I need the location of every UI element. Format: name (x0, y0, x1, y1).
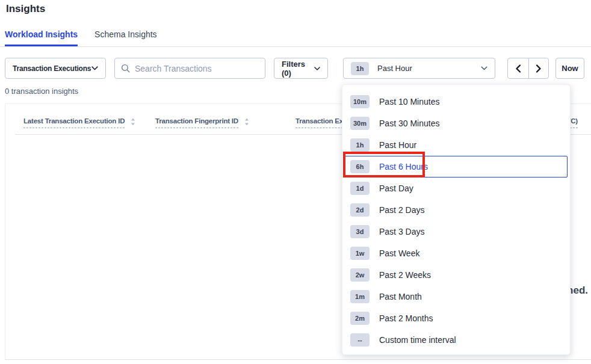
time-option-badge: 1h (350, 138, 370, 152)
time-option-label: Past Day (379, 184, 413, 193)
filters-label: Filters (0) (282, 60, 314, 78)
time-interval-badge: 1h (351, 62, 369, 75)
insights-count: 0 transaction insights (5, 87, 78, 96)
time-option-custom[interactable]: --Custom time interval (345, 329, 568, 351)
column-header-txn-fingerprint-id[interactable]: Transaction Fingerprint ID (155, 117, 249, 128)
sort-icon (244, 118, 249, 126)
search-input[interactable] (135, 64, 259, 73)
time-option-badge: 30m (350, 117, 370, 130)
time-option-label: Past 2 Days (379, 205, 424, 215)
time-option-label: Custom time interval (379, 335, 456, 345)
time-option-1w[interactable]: 1wPast Week (345, 242, 568, 264)
now-button[interactable]: Now (555, 58, 584, 79)
time-option-2d[interactable]: 2dPast 2 Days (345, 199, 568, 221)
time-option-1d[interactable]: 1dPast Day (345, 177, 568, 199)
time-option-label: Past Month (379, 292, 422, 301)
time-option-2m[interactable]: 2mPast 2 Months (345, 307, 568, 329)
chevron-down-icon (91, 66, 98, 70)
time-option-badge: -- (350, 333, 370, 347)
execution-type-label: Transaction Executions (13, 64, 91, 73)
time-option-label: Past Hour (379, 140, 416, 150)
time-option-label: Past 30 Minutes (379, 119, 439, 128)
time-option-3d[interactable]: 3dPast 3 Days (345, 221, 568, 242)
time-option-label: Past 10 Minutes (379, 97, 439, 106)
time-option-1m[interactable]: 1mPast Month (345, 286, 568, 307)
time-option-badge: 2d (350, 203, 370, 217)
time-option-badge: 1m (350, 290, 370, 303)
column-label: Latest Transaction Execution ID (23, 117, 125, 128)
time-option-30m[interactable]: 30mPast 30 Minutes (345, 113, 568, 134)
time-option-badge: 1w (350, 247, 370, 260)
time-option-label: Past 3 Days (379, 227, 424, 236)
column-header-latest-txn-execution-id[interactable]: Latest Transaction Execution ID (23, 117, 135, 128)
time-option-badge: 1d (350, 182, 370, 195)
filters-button[interactable]: Filters (0) (274, 58, 328, 79)
chevron-down-icon (314, 67, 320, 70)
insights-page: Insights Workload Insights Schema Insigh… (0, 0, 591, 364)
time-option-1h[interactable]: 1hPast Hour (345, 134, 568, 156)
time-option-badge: 2w (350, 268, 370, 282)
chevron-down-icon (481, 66, 487, 70)
time-interval-select[interactable]: 1h Past Hour (343, 58, 495, 79)
column-label: Transaction Fingerprint ID (155, 117, 238, 128)
tab-bar: Workload Insights Schema Insights (0, 24, 591, 47)
time-option-badge: 3d (350, 225, 370, 238)
search-field (114, 58, 265, 79)
time-option-10m[interactable]: 10mPast 10 Minutes (345, 91, 568, 113)
page-title: Insights (6, 3, 45, 15)
time-option-label: Past 2 Weeks (379, 270, 431, 280)
time-option-label: Past 2 Months (379, 313, 433, 323)
time-option-badge: 6h (350, 160, 370, 173)
sort-icon (131, 118, 135, 126)
time-interval-label: Past Hour (377, 64, 412, 73)
tab-workload-insights[interactable]: Workload Insights (5, 24, 78, 46)
time-option-label: Past 6 Hours (379, 162, 428, 171)
execution-type-select[interactable]: Transaction Executions (5, 58, 106, 79)
tab-schema-insights[interactable]: Schema Insights (94, 24, 157, 46)
time-option-badge: 2m (350, 312, 370, 325)
time-option-2w[interactable]: 2wPast 2 Weeks (345, 264, 568, 286)
search-icon (121, 64, 130, 73)
next-interval-button[interactable] (528, 58, 549, 78)
time-option-label: Past Week (379, 248, 419, 258)
prev-interval-button[interactable] (508, 58, 528, 78)
time-interval-menu: 10mPast 10 Minutes30mPast 30 Minutes1hPa… (342, 84, 571, 355)
time-option-6h[interactable]: 6hPast 6 Hours (345, 156, 568, 177)
interval-nav (507, 58, 549, 79)
time-option-badge: 10m (350, 95, 370, 108)
